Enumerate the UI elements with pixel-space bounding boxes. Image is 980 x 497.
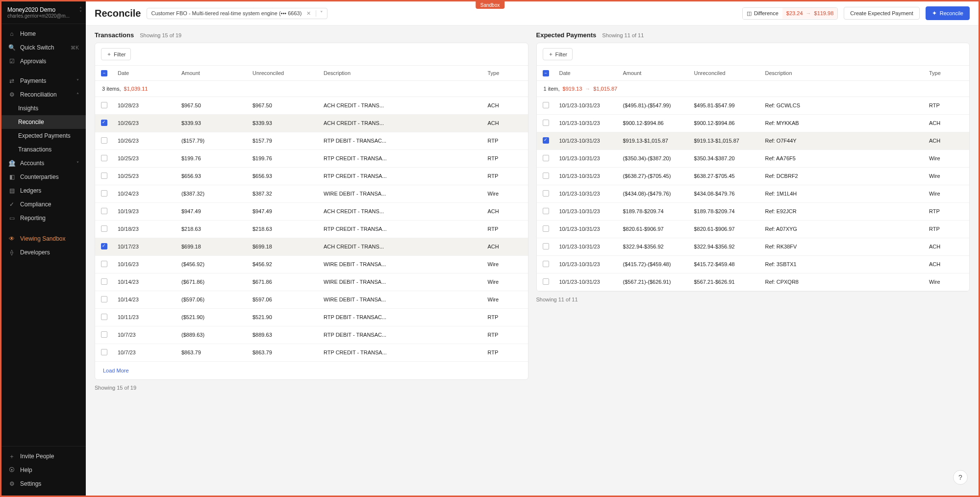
table-row[interactable]: 10/19/23$947.49$947.49ACH CREDIT - TRANS… <box>95 203 528 221</box>
row-checkbox[interactable] <box>543 102 549 108</box>
th-amount[interactable]: Amount <box>181 70 252 76</box>
chevron-down-icon[interactable]: ˅ <box>316 10 323 17</box>
row-checkbox[interactable] <box>543 225 549 232</box>
table-row[interactable]: 10/1/23-10/31/23$919.13-$1,015.87$919.13… <box>537 132 970 150</box>
th-date[interactable]: Date <box>559 70 623 76</box>
nav-ledgers[interactable]: ▤Ledgers <box>1 184 86 198</box>
th-type[interactable]: Type <box>488 70 522 76</box>
table-row[interactable]: 10/25/23$656.93$656.93RTP CREDIT - TRANS… <box>95 168 528 185</box>
nav-settings[interactable]: ⚙Settings <box>1 477 86 491</box>
row-checkbox[interactable] <box>101 243 107 249</box>
nav-help[interactable]: ⦿Help <box>1 463 86 477</box>
table-row[interactable]: 10/1/23-10/31/23$189.78-$209.74$189.78-$… <box>537 203 970 221</box>
row-checkbox[interactable] <box>101 102 107 108</box>
nav-approvals[interactable]: ☑Approvals <box>1 54 86 68</box>
nav-reporting[interactable]: ▭Reporting <box>1 211 86 225</box>
row-checkbox[interactable] <box>101 314 107 320</box>
nav-transactions[interactable]: Transactions <box>1 143 86 156</box>
row-checkbox[interactable] <box>101 155 107 161</box>
table-row[interactable]: 10/1/23-10/31/23$322.94-$356.92$322.94-$… <box>537 238 970 256</box>
th-date[interactable]: Date <box>118 70 181 76</box>
nav-home[interactable]: ⌂Home <box>1 27 86 41</box>
th-description[interactable]: Description <box>324 70 488 76</box>
row-checkbox[interactable] <box>101 331 107 338</box>
table-row[interactable]: 10/28/23$967.50$967.50ACH CREDIT - TRANS… <box>95 97 528 115</box>
row-checkbox[interactable] <box>101 173 107 179</box>
load-more-link[interactable]: Load More <box>95 362 528 379</box>
nav-insights[interactable]: Insights <box>1 101 86 115</box>
select-some-checkbox[interactable]: − <box>543 70 549 76</box>
th-description[interactable]: Description <box>765 70 930 76</box>
table-row[interactable]: 10/17/23$699.18$699.18ACH CREDIT - TRANS… <box>95 238 528 256</box>
row-checkbox[interactable] <box>543 243 549 249</box>
table-row[interactable]: 10/1/23-10/31/23($638.27)-($705.45)$638.… <box>537 168 970 185</box>
table-row[interactable]: 10/1/23-10/31/23($350.34)-($387.20)$350.… <box>537 150 970 168</box>
row-checkbox[interactable] <box>101 190 107 197</box>
nav-insights-label: Insights <box>18 105 38 112</box>
row-checkbox[interactable] <box>543 120 549 126</box>
table-row[interactable]: 10/25/23$199.76$199.76RTP CREDIT - TRANS… <box>95 150 528 168</box>
row-checkbox[interactable] <box>101 208 107 214</box>
org-switcher[interactable]: Money2020 Demo charles.gerrior+m2020@m..… <box>1 1 86 24</box>
nav-developers[interactable]: ⟠Developers <box>1 246 86 259</box>
table-row[interactable]: 10/16/23($456.92)$456.92WIRE DEBIT - TRA… <box>95 256 528 273</box>
select-some-checkbox[interactable]: − <box>101 70 107 76</box>
row-checkbox[interactable] <box>543 261 549 267</box>
nav-viewing-sandbox[interactable]: 👁Viewing Sandbox <box>1 232 86 246</box>
cell-amount: ($889.63) <box>181 332 252 338</box>
th-unreconciled[interactable]: Unreconciled <box>694 70 765 76</box>
table-row[interactable]: 10/1/23-10/31/23($567.21)-($626.91)$567.… <box>537 273 970 291</box>
th-unreconciled[interactable]: Unreconciled <box>252 70 324 76</box>
expected-panel: ＋Filter − Date Amount Unreconciled Descr… <box>536 43 970 292</box>
row-checkbox[interactable] <box>543 137 549 144</box>
cell-unreconciled: $567.21-$626.91 <box>694 279 765 285</box>
help-fab[interactable]: ? <box>953 470 968 485</box>
transactions-filter-button[interactable]: ＋Filter <box>101 48 131 60</box>
nav-reconcile[interactable]: Reconcile <box>1 115 86 129</box>
table-row[interactable]: 10/1/23-10/31/23($495.81)-($547.99)$495.… <box>537 97 970 115</box>
nav-expected-payments[interactable]: Expected Payments <box>1 129 86 143</box>
nav-payments[interactable]: ⇄Payments˅ <box>1 74 86 88</box>
nav-invite[interactable]: ＋Invite People <box>1 449 86 463</box>
row-checkbox[interactable] <box>101 120 107 126</box>
table-row[interactable]: 10/1/23-10/31/23($434.08)-($479.76)$434.… <box>537 185 970 203</box>
cell-unreconciled: $638.27-$705.45 <box>694 173 765 179</box>
table-row[interactable]: 10/1/23-10/31/23$820.61-$906.97$820.61-$… <box>537 221 970 238</box>
table-row[interactable]: 10/11/23($521.90)$521.90RTP DEBIT - TRAN… <box>95 309 528 326</box>
th-amount[interactable]: Amount <box>623 70 694 76</box>
table-row[interactable]: 10/14/23($671.86)$671.86WIRE DEBIT - TRA… <box>95 273 528 291</box>
close-icon[interactable]: ✕ <box>304 10 313 17</box>
table-row[interactable]: 10/1/23-10/31/23($415.72)-($459.48)$415.… <box>537 256 970 273</box>
table-row[interactable]: 10/1/23-10/31/23$900.12-$994.86$900.12-$… <box>537 115 970 132</box>
row-checkbox[interactable] <box>543 278 549 285</box>
row-checkbox[interactable] <box>101 261 107 267</box>
table-row[interactable]: 10/24/23($387.32)$387.32WIRE DEBIT - TRA… <box>95 185 528 203</box>
th-type[interactable]: Type <box>929 70 963 76</box>
row-checkbox[interactable] <box>101 137 107 144</box>
row-checkbox[interactable] <box>101 349 107 355</box>
row-checkbox[interactable] <box>543 173 549 179</box>
account-selector[interactable]: Customer FBO - Multi-tiered real-time sy… <box>147 8 327 19</box>
table-row[interactable]: 10/26/23$339.93$339.93ACH CREDIT - TRANS… <box>95 115 528 132</box>
row-checkbox[interactable] <box>543 208 549 214</box>
cell-unreconciled: $456.92 <box>252 261 324 267</box>
approvals-icon: ☑ <box>8 58 15 65</box>
nav-compliance[interactable]: ✓Compliance <box>1 198 86 211</box>
nav-counterparties[interactable]: ◧Counterparties <box>1 170 86 184</box>
row-checkbox[interactable] <box>101 278 107 285</box>
row-checkbox[interactable] <box>101 225 107 232</box>
expected-filter-button[interactable]: ＋Filter <box>543 48 573 60</box>
table-row[interactable]: 10/18/23$218.63$218.63RTP CREDIT - TRANS… <box>95 221 528 238</box>
row-checkbox[interactable] <box>543 155 549 161</box>
table-row[interactable]: 10/26/23($157.79)$157.79RTP DEBIT - TRAN… <box>95 132 528 150</box>
reconcile-button[interactable]: ✦Reconcile <box>926 6 970 20</box>
nav-reconciliation[interactable]: ⚙Reconciliation˄ <box>1 88 86 101</box>
create-expected-payment-button[interactable]: Create Expected Payment <box>844 7 919 20</box>
table-row[interactable]: 10/7/23($889.63)$889.63RTP DEBIT - TRANS… <box>95 326 528 344</box>
table-row[interactable]: 10/14/23($597.06)$597.06WIRE DEBIT - TRA… <box>95 291 528 309</box>
row-checkbox[interactable] <box>101 296 107 302</box>
nav-quick-switch[interactable]: 🔍Quick Switch⌘K <box>1 41 86 54</box>
nav-accounts[interactable]: 🏦Accounts˅ <box>1 156 86 170</box>
row-checkbox[interactable] <box>543 190 549 197</box>
table-row[interactable]: 10/7/23$863.79$863.79RTP CREDIT - TRANSA… <box>95 344 528 362</box>
